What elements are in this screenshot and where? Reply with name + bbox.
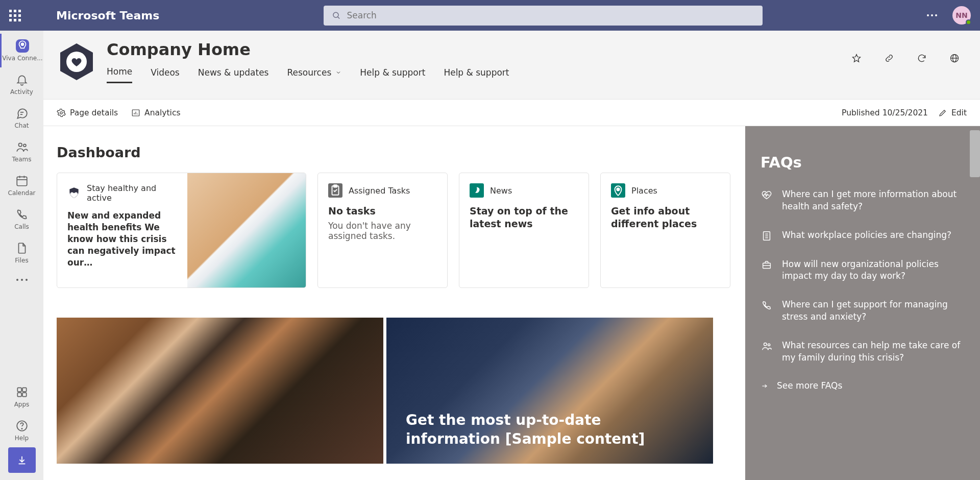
chevron-down-icon (335, 69, 341, 76)
rail-item-help[interactable]: Help (0, 414, 43, 447)
page-details-button[interactable]: Page details (57, 108, 118, 117)
main-content: Dashboard Stay healthy and active New an… (43, 126, 745, 480)
tab-help-support[interactable]: Help & support (360, 66, 425, 83)
faq-item[interactable]: What resources can help me take care of … (761, 340, 963, 364)
more-icon (16, 279, 28, 281)
left-rail: Viva Conne... Activity Chat Teams Calend… (0, 31, 43, 480)
top-bar: Microsoft Teams NN (0, 0, 980, 31)
rail-item-teams[interactable]: Teams (0, 135, 43, 169)
calendar-icon (15, 174, 29, 187)
faq-item[interactable]: How will new organizational policies imp… (761, 258, 963, 283)
site-header: Company Home Home Videos News & updates … (43, 31, 980, 100)
card-label: Places (631, 186, 657, 196)
svg-point-26 (617, 188, 619, 190)
dashboard-heading: Dashboard (57, 145, 732, 160)
user-avatar[interactable]: NN (952, 6, 971, 25)
search-icon (332, 11, 340, 20)
edit-button[interactable]: Edit (938, 108, 967, 117)
rail-item-files[interactable]: Files (0, 236, 43, 270)
card-assigned-tasks[interactable]: Assigned Tasks No tasks You don't have a… (317, 173, 448, 288)
rail-label: Help (15, 435, 29, 442)
link-icon[interactable] (884, 53, 894, 63)
rail-label: Calls (14, 223, 29, 230)
tab-help-support-2[interactable]: Help & support (444, 66, 509, 83)
rail-label: Calendar (8, 189, 36, 197)
site-nav: Home Videos News & updates Resources Hel… (107, 66, 509, 83)
pencil-icon (938, 108, 947, 117)
gear-icon (57, 108, 66, 117)
rail-more-button[interactable] (0, 270, 43, 290)
tab-home[interactable]: Home (107, 66, 132, 83)
hero-image-1[interactable] (57, 318, 383, 464)
star-icon[interactable] (851, 53, 862, 63)
faq-panel: FAQs Where can I get more information ab… (745, 126, 980, 480)
app-title: Microsoft Teams (56, 9, 159, 22)
viva-icon (16, 39, 29, 53)
page-area: Company Home Home Videos News & updates … (43, 31, 980, 480)
faq-item[interactable]: What workplace policies are changing? (761, 229, 963, 242)
svg-point-4 (18, 143, 22, 147)
app-launcher-button[interactable] (0, 0, 30, 31)
more-options-button[interactable] (927, 14, 937, 16)
presence-indicator (966, 19, 971, 25)
search-input[interactable] (347, 10, 754, 20)
tab-resources[interactable]: Resources (287, 66, 341, 83)
rail-item-chat[interactable]: Chat (0, 101, 43, 135)
phone-icon (15, 208, 29, 221)
site-title: Company Home (107, 40, 509, 59)
card-stay-healthy[interactable]: Stay healthy and active New and expanded… (57, 173, 306, 288)
faq-text: How will new organizational policies imp… (782, 258, 963, 283)
chat-icon (15, 107, 29, 120)
svg-rect-12 (17, 393, 21, 397)
document-icon (761, 230, 773, 242)
refresh-icon[interactable] (917, 53, 927, 63)
rail-item-activity[interactable]: Activity (0, 67, 43, 101)
card-label: News (490, 186, 512, 196)
rail-item-calls[interactable]: Calls (0, 202, 43, 236)
help-icon (15, 419, 29, 433)
phone-icon (761, 299, 773, 311)
rail-item-apps[interactable]: Apps (0, 380, 43, 414)
faq-item[interactable]: Where can I get more information about h… (761, 188, 963, 213)
people-icon (761, 340, 773, 352)
rail-label: Files (15, 257, 28, 264)
svg-rect-10 (17, 388, 21, 392)
svg-rect-13 (22, 393, 27, 397)
hero-image-2[interactable]: Get the most up-to-date information [Sam… (386, 318, 713, 464)
svg-line-1 (338, 17, 340, 19)
svg-point-15 (21, 428, 22, 429)
rail-item-viva-connections[interactable]: Viva Conne... (0, 34, 43, 67)
places-icon (611, 183, 625, 198)
tool-label: Page details (70, 108, 118, 117)
card-image (187, 173, 306, 287)
shield-icon (67, 186, 81, 200)
download-button[interactable] (8, 447, 36, 473)
svg-rect-25 (334, 185, 337, 187)
faq-item[interactable]: Where can I get support for managing str… (761, 299, 963, 323)
faq-text: Where can I get more information about h… (782, 188, 963, 213)
tasks-icon (328, 183, 342, 198)
rail-label: Chat (14, 122, 29, 129)
faq-see-more-link[interactable]: See more FAQs (761, 380, 963, 392)
scrollbar-thumb[interactable] (970, 130, 980, 177)
card-title: No tasks (328, 205, 437, 218)
download-icon (16, 454, 28, 466)
arrow-right-icon (761, 382, 769, 390)
tab-news-updates[interactable]: News & updates (198, 66, 269, 83)
teams-icon (15, 140, 29, 154)
search-box[interactable] (324, 6, 763, 26)
tab-videos[interactable]: Videos (151, 66, 180, 83)
analytics-button[interactable]: Analytics (131, 108, 180, 117)
globe-icon[interactable] (949, 53, 960, 63)
card-news[interactable]: News Stay on top of the latest news (459, 173, 589, 288)
card-places[interactable]: Places Get info about different places (600, 173, 730, 288)
card-body: Get info about different places (611, 205, 720, 230)
card-label: Assigned Tasks (349, 186, 410, 196)
svg-rect-11 (22, 388, 27, 392)
site-logo[interactable] (59, 42, 94, 82)
file-icon (15, 242, 29, 255)
chart-icon (131, 108, 140, 117)
rail-item-calendar[interactable]: Calendar (0, 169, 43, 202)
card-body: Stay on top of the latest news (470, 205, 578, 230)
tool-label: Analytics (144, 108, 180, 117)
